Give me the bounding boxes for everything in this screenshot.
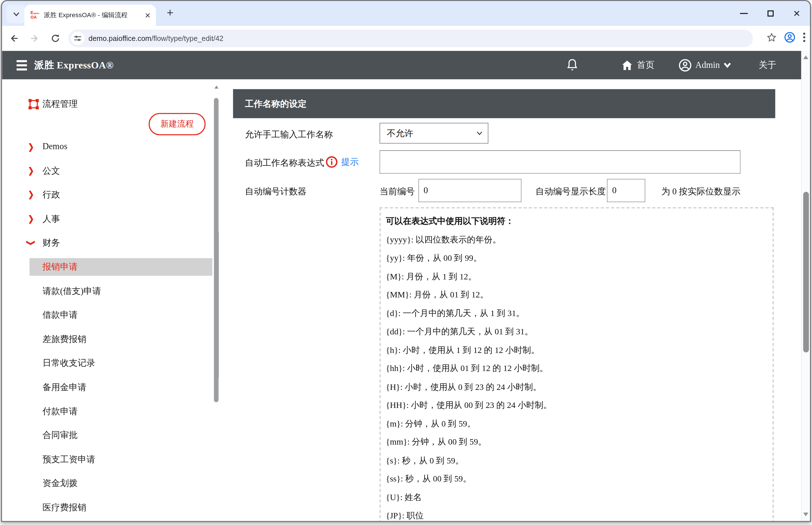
close-window-button[interactable]: ✕: [783, 1, 810, 26]
forward-icon: [29, 33, 40, 44]
home-icon: [621, 59, 633, 71]
chevron-right-icon: ❯: [28, 166, 34, 176]
sidebar-flow-label: 借款申请: [42, 309, 78, 321]
help-line: {H}: 小时，使用从 0 到 23 的 24 小时制。: [386, 378, 773, 396]
profile-avatar-icon[interactable]: [784, 31, 795, 45]
auto-name-expression-input[interactable]: [379, 150, 740, 174]
sidebar-flow-item[interactable]: 报销申请: [29, 258, 212, 276]
sidebar-header: 流程管理 新建流程: [2, 92, 233, 115]
sidebar-category-label: 财务: [42, 237, 60, 249]
counter-label: 自动编号计数器: [245, 185, 306, 197]
manual-name-select[interactable]: 不允许: [379, 123, 488, 144]
help-line: {U}: 姓名: [386, 488, 773, 506]
sidebar-flow-label: 备用金申请: [42, 381, 87, 393]
chevron-down-icon: [13, 12, 19, 16]
main-content: 工作名称的设定 允许手工输入工作名称 不允许 自动工作名称表达式 提示: [233, 79, 776, 521]
back-icon: [9, 33, 19, 44]
hint-link[interactable]: 提示: [341, 156, 359, 168]
browser-menu-icon[interactable]: [802, 32, 806, 44]
sidebar-category[interactable]: ❯行政: [2, 183, 233, 207]
sidebar-flow-item[interactable]: 付款申请: [2, 399, 233, 423]
notifications-button[interactable]: [566, 58, 581, 72]
sidebar-flow-label: 请款(借支)申请: [42, 285, 101, 297]
help-line: {HH}: 小时，使用从 00 到 23 的 24 小时制。: [386, 396, 773, 414]
bell-icon: [566, 58, 578, 72]
chevron-right-icon: ❯: [28, 142, 34, 152]
help-line: {ss}: 秒，从 00 到 59。: [386, 469, 773, 488]
new-flow-button[interactable]: 新建流程: [149, 113, 206, 135]
url-bar[interactable]: demo.paioffice.com/flow/type/type_edit/4…: [68, 29, 753, 47]
tab-close-icon[interactable]: ✕: [145, 11, 151, 19]
chevron-down-icon: [477, 131, 483, 135]
sidebar-flow-item[interactable]: 日常收支记录: [2, 351, 233, 375]
app-header: 派胜 ExpressOA® 首页 Admin: [2, 51, 801, 79]
maximize-button[interactable]: [757, 1, 783, 26]
scroll-up-arrow-icon[interactable]: [214, 86, 218, 89]
expression-help-box: 可以在表达式中使用以下说明符： {yyyy}: 以四位数表示的年份。{yy}: …: [379, 207, 774, 521]
menu-hamburger-icon[interactable]: [17, 60, 27, 70]
user-menu[interactable]: Admin: [678, 58, 735, 72]
new-tab-button[interactable]: +: [167, 6, 173, 20]
sidebar-category[interactable]: ❯人事: [2, 207, 233, 231]
help-line: {MM}: 月份，从 01 到 12。: [386, 286, 773, 304]
bookmark-star-icon[interactable]: [766, 32, 777, 44]
forward-button[interactable]: [26, 29, 44, 47]
current-number-label: 当前编号: [379, 185, 415, 197]
reload-button[interactable]: [47, 29, 64, 47]
page-scrollbar[interactable]: [801, 51, 810, 521]
browser-viewport: 派胜 ExpressOA® 首页 Admin: [2, 51, 810, 521]
sidebar-category[interactable]: ❯Demos: [2, 135, 233, 159]
sidebar-title: 流程管理: [42, 92, 78, 115]
display-length-label: 自动编号显示长度: [535, 185, 606, 197]
back-button[interactable]: [5, 29, 23, 47]
sidebar-flow-item[interactable]: 医疗费报销: [2, 496, 233, 520]
chevron-down-icon: ❯: [26, 240, 36, 246]
tab-search-button[interactable]: [6, 4, 26, 23]
sidebar-flow-label: 差旅费报销: [42, 333, 87, 345]
url-text[interactable]: demo.paioffice.com/flow/type/type_edit/4…: [89, 34, 224, 42]
help-line: {h}: 小时，使用从 1 到 12 的 12 小时制。: [386, 341, 773, 359]
display-length-input[interactable]: [607, 179, 645, 202]
screen: Express OA 派胜 ExpressOA® - 编辑流程 ✕ + ✕: [0, 0, 812, 525]
expressoa-favicon: Express OA: [31, 11, 39, 20]
sidebar-flow-item[interactable]: 合同审批: [2, 423, 233, 447]
sidebar-flow-label: 资金划拨: [42, 478, 78, 490]
section-title: 工作名称的设定: [245, 97, 306, 110]
sidebar-flow-item[interactable]: 差旅费报销: [2, 327, 233, 351]
chevron-right-icon: ❯: [28, 214, 34, 224]
sidebar-flow-item[interactable]: 借款申请: [2, 303, 233, 327]
minimize-button[interactable]: [731, 1, 757, 26]
scroll-up-arrow-icon[interactable]: [803, 56, 808, 59]
current-number-input[interactable]: [419, 179, 521, 202]
nav-home[interactable]: 首页: [621, 59, 654, 71]
sidebar-flow-label: 合同审批: [42, 430, 78, 441]
auto-name-label: 自动工作名称表达式: [245, 157, 324, 169]
site-settings-icon[interactable]: [71, 31, 84, 45]
sidebar-category[interactable]: ❯财务: [2, 231, 233, 255]
page-scrollbar-thumb[interactable]: [803, 192, 809, 352]
help-line: {hh}: 小时，使用从 01 到 12 的 12 小时制。: [386, 359, 773, 378]
sidebar-flow-item[interactable]: 备用金申请: [2, 375, 233, 399]
browser-tab[interactable]: Express OA 派胜 ExpressOA® - 编辑流程 ✕: [24, 4, 156, 26]
sidebar-category-label: 公文: [42, 165, 60, 177]
sidebar-flow-label: 付款申请: [42, 405, 78, 417]
help-line: {s}: 秒，从 0 到 59。: [386, 451, 773, 469]
page: 派胜 ExpressOA® 首页 Admin: [2, 51, 801, 521]
reload-icon: [50, 33, 61, 44]
sidebar-scrollbar-thumb[interactable]: [214, 98, 219, 402]
sidebar-flow-item[interactable]: 请款(借支)申请: [2, 279, 233, 303]
nav-about[interactable]: 关于: [759, 59, 777, 71]
sidebar-scrollbar[interactable]: [214, 86, 219, 516]
sidebar-category[interactable]: ❯公文: [2, 159, 233, 183]
sidebar-flow-item[interactable]: 资金划拨: [2, 471, 233, 496]
help-line: {yy}: 年份，从 00 到 99。: [386, 249, 773, 267]
manual-name-label: 允许手工输入工作名称: [245, 129, 333, 140]
help-line: {d}: 一个月中的第几天，从 1 到 31。: [386, 304, 773, 322]
app-body: 流程管理 新建流程 ❯Demos❯公文❯行政❯人事❯财务报销申请请款(借支)申请…: [2, 79, 801, 521]
scroll-down-arrow-icon[interactable]: [803, 513, 808, 516]
hint-group: 提示: [326, 156, 359, 168]
chevron-down-icon: [723, 62, 731, 68]
info-icon[interactable]: [326, 156, 338, 168]
sidebar-flow-label: 医疗费报销: [42, 501, 87, 513]
sidebar-flow-item[interactable]: 预支工资申请: [2, 447, 233, 471]
